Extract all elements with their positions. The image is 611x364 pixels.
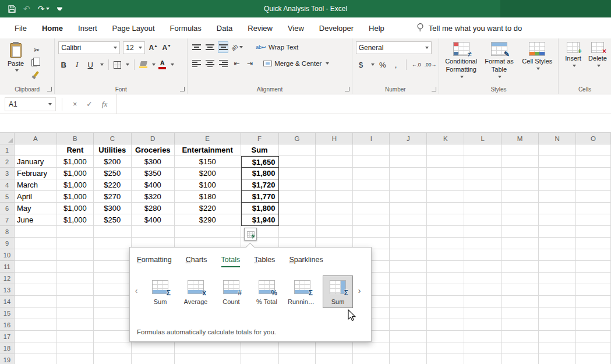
cell-J14[interactable] bbox=[390, 296, 427, 308]
qa-option-running[interactable]: ΣRunning... bbox=[287, 275, 317, 308]
cell-N8[interactable] bbox=[539, 226, 576, 238]
cell-K14[interactable] bbox=[427, 296, 464, 308]
cell-H4[interactable] bbox=[316, 179, 353, 191]
cell-A14[interactable] bbox=[15, 296, 57, 308]
cell-O14[interactable] bbox=[576, 296, 611, 308]
cell-B13[interactable] bbox=[57, 284, 94, 296]
cell-G6[interactable] bbox=[279, 203, 316, 214]
cell-D8[interactable] bbox=[132, 226, 175, 238]
cell-G18[interactable] bbox=[279, 342, 316, 354]
cell-O7[interactable] bbox=[576, 214, 611, 226]
cell-G5[interactable] bbox=[279, 191, 316, 203]
cell-J2[interactable] bbox=[390, 156, 427, 168]
cell-C19[interactable] bbox=[94, 354, 132, 364]
cell-L1[interactable] bbox=[464, 144, 501, 156]
cell-J8[interactable] bbox=[390, 226, 427, 238]
cell-I3[interactable] bbox=[353, 168, 390, 179]
borders-icon[interactable] bbox=[114, 61, 121, 69]
column-header-H[interactable]: H bbox=[316, 133, 353, 144]
name-box[interactable]: A1 bbox=[5, 97, 56, 111]
cell-N2[interactable] bbox=[539, 156, 576, 168]
cell-H6[interactable] bbox=[316, 203, 353, 214]
cell-B14[interactable] bbox=[57, 296, 94, 308]
cell-M2[interactable] bbox=[501, 156, 539, 168]
qa-option-sum[interactable]: ΣSum bbox=[145, 275, 175, 308]
cell-N5[interactable] bbox=[539, 191, 576, 203]
cell-C11[interactable] bbox=[94, 261, 132, 273]
cell-B6[interactable]: $1,000 bbox=[57, 203, 94, 214]
cell-C1[interactable]: Utilities bbox=[94, 144, 132, 156]
cell-H2[interactable] bbox=[316, 156, 353, 168]
cell-I2[interactable] bbox=[353, 156, 390, 168]
cell-F3[interactable]: $1,800 bbox=[241, 168, 279, 179]
accounting-format-icon[interactable]: $ bbox=[356, 59, 366, 70]
merge-center-button[interactable]: Merge & Center bbox=[263, 60, 329, 67]
cell-O17[interactable] bbox=[576, 331, 611, 342]
cell-N3[interactable] bbox=[539, 168, 576, 179]
cell-H7[interactable] bbox=[316, 214, 353, 226]
cell-O11[interactable] bbox=[576, 261, 611, 273]
cell-B4[interactable]: $1,000 bbox=[57, 179, 94, 191]
paste-button[interactable]: Paste bbox=[3, 43, 28, 84]
cell-N15[interactable] bbox=[539, 308, 576, 319]
row-header-7[interactable]: 7 bbox=[0, 214, 15, 226]
conditional-formatting-button[interactable]: ≠ Conditional Formatting bbox=[443, 42, 479, 84]
cell-D18[interactable] bbox=[132, 342, 175, 354]
cell-G2[interactable] bbox=[279, 156, 316, 168]
cell-A1[interactable] bbox=[15, 144, 57, 156]
cell-B8[interactable] bbox=[57, 226, 94, 238]
cell-A8[interactable] bbox=[15, 226, 57, 238]
number-format-combo[interactable]: General bbox=[356, 41, 432, 54]
cell-M13[interactable] bbox=[501, 284, 539, 296]
row-header-19[interactable]: 19 bbox=[0, 354, 15, 364]
cell-J13[interactable] bbox=[390, 284, 427, 296]
cell-B2[interactable]: $1,000 bbox=[57, 156, 94, 168]
font-color-icon[interactable]: A bbox=[158, 60, 166, 69]
tab-developer[interactable]: Developer bbox=[312, 17, 361, 38]
cancel-icon[interactable]: × bbox=[73, 100, 77, 108]
cell-B10[interactable] bbox=[57, 249, 94, 261]
cell-G1[interactable] bbox=[279, 144, 316, 156]
cell-L11[interactable] bbox=[464, 261, 501, 273]
cell-K16[interactable] bbox=[427, 319, 464, 331]
copy-icon[interactable] bbox=[31, 59, 37, 66]
cell-I8[interactable] bbox=[353, 226, 390, 238]
cell-J17[interactable] bbox=[390, 331, 427, 342]
cell-K8[interactable] bbox=[427, 226, 464, 238]
scroll-right-icon[interactable]: › bbox=[356, 286, 362, 295]
column-header-M[interactable]: M bbox=[501, 133, 539, 144]
tab-view[interactable]: View bbox=[280, 17, 312, 38]
cell-H1[interactable] bbox=[316, 144, 353, 156]
cell-J10[interactable] bbox=[390, 249, 427, 261]
qa-option-count[interactable]: #Count bbox=[216, 275, 246, 308]
bottom-align-icon[interactable] bbox=[219, 43, 228, 52]
cell-L2[interactable] bbox=[464, 156, 501, 168]
cell-A9[interactable] bbox=[15, 238, 57, 249]
save-icon[interactable] bbox=[8, 5, 16, 13]
format-painter-icon[interactable] bbox=[33, 71, 39, 77]
tab-file[interactable]: File bbox=[7, 17, 34, 38]
cell-I19[interactable] bbox=[353, 354, 390, 364]
qa-tab-tables[interactable]: Tables bbox=[254, 256, 275, 267]
cell-F2[interactable]: $1,650 bbox=[241, 156, 279, 168]
cell-F18[interactable] bbox=[241, 342, 279, 354]
cell-C14[interactable] bbox=[94, 296, 132, 308]
increase-decimal-icon[interactable]: ←.0 bbox=[411, 59, 422, 70]
cell-M14[interactable] bbox=[501, 296, 539, 308]
cell-C3[interactable]: $250 bbox=[94, 168, 132, 179]
cell-C17[interactable] bbox=[94, 331, 132, 342]
cell-G7[interactable] bbox=[279, 214, 316, 226]
qa-tab-charts[interactable]: Charts bbox=[186, 256, 207, 267]
scroll-left-icon[interactable]: ‹ bbox=[133, 286, 139, 295]
cell-K18[interactable] bbox=[427, 342, 464, 354]
increase-indent-icon[interactable]: ⇥ bbox=[245, 58, 255, 69]
row-header-9[interactable]: 9 bbox=[0, 238, 15, 249]
cell-K9[interactable] bbox=[427, 238, 464, 249]
cell-N1[interactable] bbox=[539, 144, 576, 156]
cell-J5[interactable] bbox=[390, 191, 427, 203]
comma-style-icon[interactable]: , bbox=[391, 59, 401, 70]
cell-L12[interactable] bbox=[464, 273, 501, 284]
wrap-text-button[interactable]: ab↩Wrap Text bbox=[256, 44, 298, 51]
cell-A6[interactable]: May bbox=[15, 203, 57, 214]
cell-E19[interactable] bbox=[175, 354, 241, 364]
